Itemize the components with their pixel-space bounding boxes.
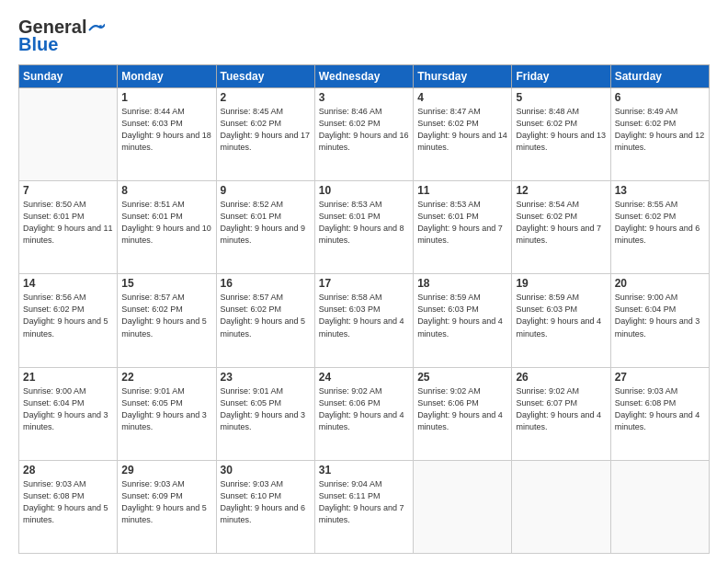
day-number: 2 (221, 91, 311, 104)
day-info: Sunrise: 9:00 AMSunset: 6:04 PMDaylight:… (615, 292, 705, 339)
logo: General Blue (18, 17, 105, 55)
day-number: 20 (615, 277, 705, 290)
day-number: 14 (23, 277, 113, 290)
day-info: Sunrise: 8:57 AMSunset: 6:02 PMDaylight:… (121, 292, 211, 339)
calendar-cell: 29Sunrise: 9:03 AMSunset: 6:09 PMDayligh… (118, 460, 216, 553)
day-number: 4 (417, 91, 507, 104)
day-info: Sunrise: 8:49 AMSunset: 6:02 PMDaylight:… (615, 106, 705, 154)
calendar-cell: 20Sunrise: 9:00 AMSunset: 6:04 PMDayligh… (610, 274, 709, 367)
calendar-cell: 1Sunrise: 8:44 AMSunset: 6:03 PMDaylight… (118, 88, 216, 181)
day-info: Sunrise: 8:50 AMSunset: 6:01 PMDaylight:… (23, 199, 113, 247)
calendar-cell: 15Sunrise: 8:57 AMSunset: 6:02 PMDayligh… (118, 274, 216, 367)
day-number: 17 (319, 277, 409, 290)
week-row-3: 14Sunrise: 8:56 AMSunset: 6:02 PMDayligh… (19, 274, 710, 367)
day-info: Sunrise: 9:01 AMSunset: 6:05 PMDaylight:… (121, 385, 211, 433)
day-number: 31 (319, 464, 409, 477)
day-number: 22 (121, 371, 211, 384)
week-row-2: 7Sunrise: 8:50 AMSunset: 6:01 PMDaylight… (19, 181, 710, 274)
calendar-cell: 24Sunrise: 9:02 AMSunset: 6:06 PMDayligh… (314, 367, 413, 460)
calendar-cell: 9Sunrise: 8:52 AMSunset: 6:01 PMDaylight… (216, 181, 314, 274)
day-info: Sunrise: 8:59 AMSunset: 6:03 PMDaylight:… (516, 292, 606, 339)
calendar-cell: 10Sunrise: 8:53 AMSunset: 6:01 PMDayligh… (314, 181, 413, 274)
week-row-5: 28Sunrise: 9:03 AMSunset: 6:08 PMDayligh… (19, 460, 710, 553)
weekday-header-monday: Monday (118, 65, 216, 88)
day-info: Sunrise: 8:56 AMSunset: 6:02 PMDaylight:… (23, 292, 113, 339)
calendar-cell: 7Sunrise: 8:50 AMSunset: 6:01 PMDaylight… (19, 181, 118, 274)
week-row-4: 21Sunrise: 9:00 AMSunset: 6:04 PMDayligh… (19, 367, 710, 460)
weekday-header-wednesday: Wednesday (314, 65, 413, 88)
day-number: 8 (121, 184, 211, 197)
day-number: 3 (319, 91, 409, 104)
calendar-cell: 30Sunrise: 9:03 AMSunset: 6:10 PMDayligh… (216, 460, 314, 553)
day-number: 26 (516, 371, 606, 384)
day-number: 13 (615, 184, 705, 197)
day-info: Sunrise: 9:02 AMSunset: 6:07 PMDaylight:… (516, 385, 606, 433)
day-number: 12 (516, 184, 606, 197)
calendar-table: SundayMondayTuesdayWednesdayThursdayFrid… (18, 64, 710, 554)
day-number: 15 (121, 277, 211, 290)
day-info: Sunrise: 9:03 AMSunset: 6:08 PMDaylight:… (23, 478, 113, 526)
day-number: 21 (23, 371, 113, 384)
weekday-header-tuesday: Tuesday (216, 65, 314, 88)
day-number: 16 (221, 277, 311, 290)
calendar-cell: 5Sunrise: 8:48 AMSunset: 6:02 PMDaylight… (512, 88, 610, 181)
day-info: Sunrise: 9:01 AMSunset: 6:05 PMDaylight:… (221, 385, 311, 433)
calendar-cell: 31Sunrise: 9:04 AMSunset: 6:11 PMDayligh… (314, 460, 413, 553)
calendar-cell (19, 88, 118, 181)
calendar-cell: 26Sunrise: 9:02 AMSunset: 6:07 PMDayligh… (512, 367, 610, 460)
calendar-cell: 16Sunrise: 8:57 AMSunset: 6:02 PMDayligh… (216, 274, 314, 367)
day-info: Sunrise: 8:47 AMSunset: 6:02 PMDaylight:… (417, 106, 507, 154)
calendar-cell: 14Sunrise: 8:56 AMSunset: 6:02 PMDayligh… (19, 274, 118, 367)
day-number: 30 (221, 464, 311, 477)
weekday-header-sunday: Sunday (19, 65, 118, 88)
day-info: Sunrise: 9:03 AMSunset: 6:09 PMDaylight:… (121, 478, 211, 526)
day-info: Sunrise: 8:44 AMSunset: 6:03 PMDaylight:… (121, 106, 211, 154)
calendar-cell: 11Sunrise: 8:53 AMSunset: 6:01 PMDayligh… (414, 181, 512, 274)
day-info: Sunrise: 8:48 AMSunset: 6:02 PMDaylight:… (516, 106, 606, 154)
day-info: Sunrise: 9:03 AMSunset: 6:10 PMDaylight:… (221, 478, 311, 526)
day-info: Sunrise: 8:51 AMSunset: 6:01 PMDaylight:… (121, 199, 211, 247)
day-info: Sunrise: 8:45 AMSunset: 6:02 PMDaylight:… (221, 106, 311, 154)
day-info: Sunrise: 8:57 AMSunset: 6:02 PMDaylight:… (221, 292, 311, 339)
calendar-cell: 3Sunrise: 8:46 AMSunset: 6:02 PMDaylight… (314, 88, 413, 181)
day-info: Sunrise: 8:58 AMSunset: 6:03 PMDaylight:… (319, 292, 409, 339)
calendar-cell: 27Sunrise: 9:03 AMSunset: 6:08 PMDayligh… (610, 367, 709, 460)
day-info: Sunrise: 8:46 AMSunset: 6:02 PMDaylight:… (319, 106, 409, 154)
calendar-cell: 6Sunrise: 8:49 AMSunset: 6:02 PMDaylight… (610, 88, 709, 181)
calendar-cell: 23Sunrise: 9:01 AMSunset: 6:05 PMDayligh… (216, 367, 314, 460)
day-number: 27 (615, 371, 705, 384)
day-info: Sunrise: 8:53 AMSunset: 6:01 PMDaylight:… (417, 199, 507, 247)
day-info: Sunrise: 9:00 AMSunset: 6:04 PMDaylight:… (23, 385, 113, 433)
calendar-cell: 17Sunrise: 8:58 AMSunset: 6:03 PMDayligh… (314, 274, 413, 367)
calendar-cell: 18Sunrise: 8:59 AMSunset: 6:03 PMDayligh… (414, 274, 512, 367)
logo-bird-icon (88, 22, 105, 33)
calendar-cell: 2Sunrise: 8:45 AMSunset: 6:02 PMDaylight… (216, 88, 314, 181)
calendar-cell: 12Sunrise: 8:54 AMSunset: 6:02 PMDayligh… (512, 181, 610, 274)
day-number: 7 (23, 184, 113, 197)
day-number: 11 (417, 184, 507, 197)
day-number: 6 (615, 91, 705, 104)
calendar-cell: 28Sunrise: 9:03 AMSunset: 6:08 PMDayligh… (19, 460, 118, 553)
day-info: Sunrise: 9:02 AMSunset: 6:06 PMDaylight:… (417, 385, 507, 433)
day-number: 19 (516, 277, 606, 290)
header: General Blue (18, 17, 710, 55)
day-info: Sunrise: 8:59 AMSunset: 6:03 PMDaylight:… (417, 292, 507, 339)
day-info: Sunrise: 8:53 AMSunset: 6:01 PMDaylight:… (319, 199, 409, 247)
logo-blue: Blue (18, 34, 58, 55)
day-number: 24 (319, 371, 409, 384)
weekday-header-saturday: Saturday (610, 65, 709, 88)
calendar-cell: 19Sunrise: 8:59 AMSunset: 6:03 PMDayligh… (512, 274, 610, 367)
weekday-header-thursday: Thursday (414, 65, 512, 88)
calendar-cell (414, 460, 512, 553)
day-info: Sunrise: 9:04 AMSunset: 6:11 PMDaylight:… (319, 478, 409, 526)
day-number: 10 (319, 184, 409, 197)
day-number: 23 (221, 371, 311, 384)
day-number: 28 (23, 464, 113, 477)
calendar-cell: 4Sunrise: 8:47 AMSunset: 6:02 PMDaylight… (414, 88, 512, 181)
weekday-header-row: SundayMondayTuesdayWednesdayThursdayFrid… (19, 65, 710, 88)
day-number: 29 (121, 464, 211, 477)
day-number: 9 (221, 184, 311, 197)
day-info: Sunrise: 8:52 AMSunset: 6:01 PMDaylight:… (221, 199, 311, 247)
day-info: Sunrise: 8:54 AMSunset: 6:02 PMDaylight:… (516, 199, 606, 247)
calendar-cell: 21Sunrise: 9:00 AMSunset: 6:04 PMDayligh… (19, 367, 118, 460)
